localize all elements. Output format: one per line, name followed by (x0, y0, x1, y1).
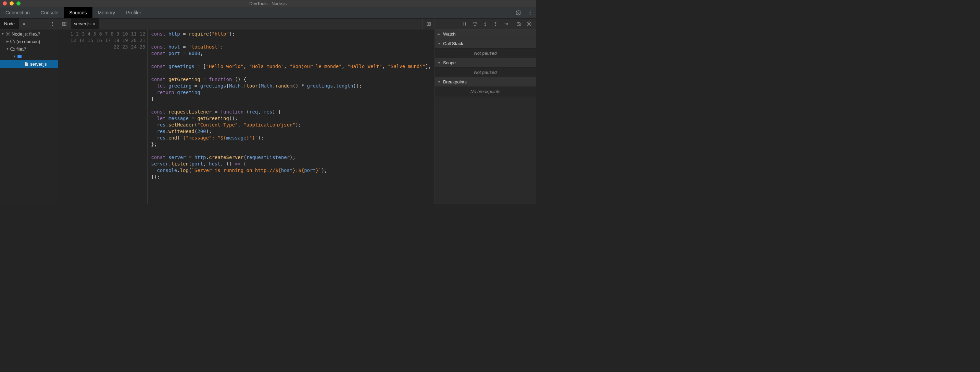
more-vertical-icon (50, 22, 55, 26)
svg-point-18 (495, 25, 496, 26)
more-vertical-icon (527, 10, 533, 15)
chevron-down-icon: ▼ (12, 55, 16, 58)
svg-point-4 (52, 22, 53, 22)
watch-section-header[interactable]: ▶ Watch (435, 29, 536, 39)
scope-section-label: Scope (443, 60, 456, 65)
pause-circle-icon (526, 21, 532, 27)
close-icon: × (92, 21, 95, 27)
debugger-panel: ▶ Watch ▼ Call Stack Not paused ▼ Scope … (434, 19, 536, 204)
panel-left-icon (62, 22, 67, 26)
panel-right-icon (426, 22, 431, 26)
step-into-button[interactable] (482, 21, 488, 27)
chevron-down-icon: ▼ (438, 80, 442, 84)
step-over-button[interactable] (471, 21, 478, 27)
close-tab-button[interactable]: × (92, 21, 95, 27)
folder-icon (16, 54, 22, 59)
svg-point-5 (52, 23, 53, 24)
file-icon (23, 62, 29, 66)
svg-rect-12 (464, 22, 464, 25)
editor-tabs: server.js × (58, 19, 434, 29)
svg-point-0 (518, 12, 519, 13)
debug-toolbar (435, 19, 536, 29)
scope-section-header[interactable]: ▼ Scope (435, 58, 536, 68)
svg-rect-13 (465, 22, 466, 25)
svg-point-2 (530, 12, 531, 13)
editor-tab-label: server.js (74, 21, 91, 26)
chevron-down-icon: ▼ (1, 32, 5, 36)
more-menu-button[interactable] (524, 7, 536, 18)
breakpoints-section-header[interactable]: ▼ Breakpoints (435, 77, 536, 87)
step-button[interactable] (502, 21, 509, 27)
navigator-tabs: Node » (0, 19, 58, 29)
svg-point-7 (7, 33, 9, 35)
svg-point-20 (507, 23, 508, 24)
minimize-window-button[interactable] (10, 2, 14, 5)
svg-point-16 (485, 25, 486, 26)
navigator-sidebar: Node » ▼ Node.js: file:/// ▶ (0, 19, 58, 204)
navigator-overflow-button[interactable]: » (19, 19, 29, 29)
deactivate-breakpoints-button[interactable] (515, 21, 522, 27)
cloud-icon (10, 46, 16, 51)
tree-file-serverjs[interactable]: server.js (0, 60, 58, 68)
step-out-icon (493, 21, 498, 27)
code-content: const http = require("http"); const host… (148, 29, 434, 204)
svg-point-6 (52, 25, 53, 25)
pause-icon (462, 21, 468, 27)
chevron-down-icon: ▼ (5, 47, 10, 51)
pause-on-exceptions-button[interactable] (526, 21, 533, 27)
tree-file-label: server.js (29, 62, 46, 66)
chevron-right-icon: ▶ (5, 40, 10, 43)
svg-point-1 (530, 11, 531, 12)
tab-connection[interactable]: Connection (0, 7, 35, 18)
toggle-navigator-button[interactable] (58, 19, 70, 29)
step-over-icon (472, 21, 478, 27)
tab-console[interactable]: Console (35, 7, 64, 18)
chevron-double-right-icon: » (22, 21, 25, 26)
window-title: DevTools - Node.js (249, 1, 286, 6)
callstack-body: Not paused (435, 49, 536, 58)
step-out-button[interactable] (492, 21, 499, 27)
settings-button[interactable] (512, 7, 524, 18)
toggle-debugger-button[interactable] (422, 19, 434, 29)
breakpoints-body: No breakpoints (435, 87, 536, 97)
step-icon (503, 21, 509, 27)
tab-memory[interactable]: Memory (92, 7, 121, 18)
tree-domain-file[interactable]: ▼ file:// (0, 45, 58, 53)
panel-tabs: Connection Console Sources Memory Profil… (0, 7, 536, 19)
callstack-section-label: Call Stack (443, 41, 463, 46)
code-editor[interactable]: 1 2 3 4 5 6 7 8 9 10 11 12 13 14 15 16 1… (58, 29, 434, 204)
tree-domain-label: (no domain) (16, 39, 40, 44)
traffic-lights (3, 2, 21, 5)
tree-root-label: Node.js: file:/// (11, 32, 40, 36)
chevron-down-icon: ▼ (438, 42, 442, 46)
navigator-tab-node[interactable]: Node (0, 19, 19, 29)
tree-folder[interactable]: ▼ (0, 53, 58, 60)
maximize-window-button[interactable] (16, 2, 21, 5)
close-window-button[interactable] (3, 2, 7, 5)
tree-root[interactable]: ▼ Node.js: file:/// (0, 30, 58, 38)
chevron-down-icon: ▼ (438, 61, 442, 65)
tab-profiler[interactable]: Profiler (121, 7, 146, 18)
tree-domain-label: file:// (16, 46, 26, 52)
tab-sources[interactable]: Sources (64, 7, 92, 18)
svg-point-14 (474, 25, 476, 26)
chevron-right-icon: ▶ (438, 32, 442, 36)
editor-tab-serverjs[interactable]: server.js × (70, 19, 99, 29)
tree-domain-nodomain[interactable]: ▶ (no domain) (0, 38, 58, 45)
svg-point-22 (527, 22, 531, 26)
editor-area: server.js × 1 2 3 4 5 6 7 8 9 10 11 12 1… (58, 19, 434, 204)
node-gear-icon (5, 32, 11, 36)
scope-body: Not paused (435, 68, 536, 77)
navigator-more-button[interactable] (48, 19, 58, 29)
window-titlebar: DevTools - Node.js (0, 0, 536, 7)
pause-button[interactable] (461, 21, 468, 27)
breakpoints-section-label: Breakpoints (443, 79, 467, 84)
file-tree: ▼ Node.js: file:/// ▶ (no domain) ▼ file… (0, 29, 58, 204)
breakpoints-disabled-icon (516, 21, 522, 27)
callstack-section-header[interactable]: ▼ Call Stack (435, 39, 536, 49)
cloud-icon (10, 39, 16, 44)
watch-section-label: Watch (443, 32, 455, 36)
line-numbers: 1 2 3 4 5 6 7 8 9 10 11 12 13 14 15 16 1… (58, 29, 148, 204)
svg-point-3 (530, 14, 531, 15)
gear-icon (516, 10, 521, 15)
